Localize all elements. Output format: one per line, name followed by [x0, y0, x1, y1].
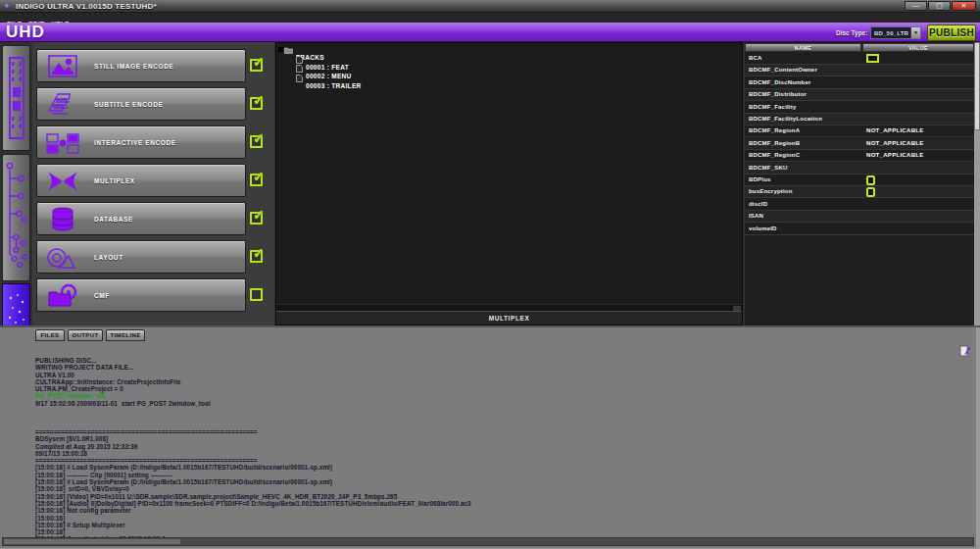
log-line: ========================================… — [35, 457, 974, 464]
workflow-checkbox-interactive-encode[interactable]: ✓ — [250, 135, 263, 148]
workflow-button-label: SUBTITLE ENCODE — [94, 101, 163, 108]
menu-bar: FILEEDITHELP — [0, 13, 980, 23]
property-row-BDPlus[interactable]: BDPlus — [745, 175, 974, 186]
publish-button[interactable]: PUBLISH — [927, 25, 976, 41]
header-band: UHD Disc Type: BD_50_LTR ▼ PUBLISH — [0, 23, 980, 42]
property-name: BCA — [749, 55, 762, 61]
app-window: ✦ INDIGO ULTRA V1.0015D TESTUHD* — ▢ ✕ F… — [0, 0, 980, 549]
track-item[interactable]: 00003 : TRAILER — [296, 75, 362, 83]
chevron-down-icon[interactable]: ▼ — [910, 27, 920, 38]
property-row-BDCMF_SKU[interactable]: BDCMF_SKU — [745, 163, 974, 175]
property-name: ISAN — [749, 213, 763, 219]
maximize-button[interactable]: ▢ — [928, 1, 951, 11]
property-checkbox-busEncryption[interactable] — [866, 187, 875, 197]
workflow-button-database[interactable]: DATABASE — [36, 202, 246, 235]
mode-title: UHD — [6, 23, 45, 42]
property-row-volumeID[interactable]: volumeID — [745, 224, 974, 235]
log-line: [15:00:16] [Audio[ 0]DolbyDigital] PID=0… — [35, 500, 974, 507]
property-row-BCA[interactable]: BCA — [745, 53, 974, 65]
workflow-button-label: STILL IMAGE ENCODE — [94, 63, 173, 70]
workflow-checkbox-multiplex[interactable]: ✓ — [250, 174, 263, 186]
workflow-button-cmf[interactable]: CMF — [36, 278, 246, 312]
workflow-checkbox-cmf[interactable] — [250, 288, 263, 301]
log-output[interactable]: PUBLISHING DISC...WRITING PROJECT DATA F… — [2, 344, 974, 537]
still-image-icon — [45, 53, 80, 80]
log-line: [15:00:16] # Load SysemParam (D:/Indigo/… — [35, 478, 974, 485]
workflow-button-label: CMF — [94, 292, 110, 299]
log-line — [35, 422, 974, 428]
console-hscrollbar[interactable] — [2, 537, 974, 546]
workflow-panel: STILL IMAGE ENCODE✓SUBTITLE ENCODE✓INTER… — [32, 42, 274, 325]
log-line: [15:00:16] — [35, 515, 974, 522]
tab-output[interactable]: OUTPUT — [68, 329, 103, 341]
log-line: [15:00:16] srID=0, VBVDelay=0 — [35, 485, 974, 492]
property-row-BDCMF_Facility[interactable]: BDCMF_Facility — [745, 102, 974, 114]
log-line: ULTRA.PM_CreateProject = 0 — [35, 385, 974, 392]
column-header-name[interactable]: NAME — [745, 43, 861, 52]
property-row-BDCMF_RegionB[interactable]: BDCMF_RegionBNOT_APPLICABLE — [745, 138, 974, 150]
property-row-BDCMF_RegionA[interactable]: BDCMF_RegionANOT_APPLICABLE — [745, 125, 974, 137]
tree-expander[interactable] — [278, 47, 283, 52]
properties-scrollbar[interactable] — [974, 42, 980, 325]
file-icon — [296, 65, 303, 73]
workflow-button-still-image-encode[interactable]: STILL IMAGE ENCODE — [36, 49, 246, 82]
property-row-discID[interactable]: discID — [745, 199, 974, 211]
column-header-value[interactable]: VALUE — [862, 43, 974, 52]
tracks-root-node[interactable]: TRACKS — [284, 46, 324, 55]
properties-panel: NAME VALUE BCABDCMF_ContentOwnerBDCMF_Di… — [745, 42, 974, 325]
property-row-BDCMF_DiscNumber[interactable]: BDCMF_DiscNumber — [745, 77, 974, 89]
property-row-BDCMF_FacilityLocation[interactable]: BDCMF_FacilityLocation — [745, 114, 974, 125]
check-icon: ✓ — [253, 246, 265, 260]
check-icon: ✓ — [253, 170, 265, 183]
track-item[interactable]: 00002 : MENU — [296, 65, 352, 74]
property-value: NOT_APPLICABLE — [866, 127, 924, 133]
property-value: NOT_APPLICABLE — [866, 140, 924, 146]
log-line: ========================================… — [35, 428, 974, 435]
tree-icon — [5, 161, 28, 274]
property-name: BDCMF_RegionC — [749, 152, 800, 158]
file-icon — [296, 75, 303, 82]
tab-files[interactable]: FILES — [35, 329, 65, 341]
minimize-button[interactable]: — — [905, 1, 927, 11]
folder-icon — [284, 46, 293, 54]
workflow-checkbox-subtitle-encode[interactable]: ✓ — [250, 97, 263, 110]
filmstrip-icon — [7, 54, 26, 142]
property-checkbox-BDPlus[interactable] — [866, 175, 875, 185]
database-icon — [45, 206, 80, 233]
log-line: ULTRA V1.00 — [35, 372, 974, 378]
close-button[interactable]: ✕ — [952, 1, 976, 11]
scroll-thumb[interactable] — [4, 539, 180, 544]
property-name: volumeID — [749, 225, 777, 231]
disc-type-dropdown[interactable]: BD_50_LTR ▼ — [870, 26, 921, 39]
property-row-BDCMF_Distributor[interactable]: BDCMF_Distributor — [745, 89, 974, 101]
workflow-checkbox-database[interactable]: ✓ — [250, 212, 263, 225]
property-row-ISAN[interactable]: ISAN — [745, 211, 974, 223]
sidebar-item-scenario[interactable] — [2, 154, 30, 281]
property-name: BDCMF_Distributor — [749, 91, 807, 97]
track-item[interactable]: 00001 : FEAT — [296, 56, 349, 65]
log-line — [35, 414, 974, 421]
workflow-checkbox-still-image-encode[interactable]: ✓ — [250, 59, 263, 72]
workflow-button-subtitle-encode[interactable]: SUBTITLE ENCODE — [36, 87, 246, 121]
sidebar-item-encode[interactable] — [2, 45, 30, 151]
interactive-icon — [45, 129, 80, 157]
log-line: [15:00:16] # Setup Multiplexer — [35, 522, 974, 528]
log-line: PG_POST initialize: OK — [35, 392, 974, 399]
workflow-button-layout[interactable]: LAYOUT — [36, 240, 246, 274]
property-row-BDCMF_ContentOwner[interactable]: BDCMF_ContentOwner — [745, 65, 974, 76]
workflow-checkbox-layout[interactable]: ✓ — [250, 250, 263, 263]
property-name: BDCMF_FacilityLocation — [749, 116, 822, 122]
tab-timeline[interactable]: TIMELINE — [106, 329, 145, 341]
subtitle-icon — [45, 91, 80, 119]
scroll-thumb[interactable] — [974, 42, 980, 130]
workflow-button-interactive-encode[interactable]: INTERACTIVE ENCODE — [36, 125, 246, 159]
property-row-BDCMF_RegionC[interactable]: BDCMF_RegionCNOT_APPLICABLE — [745, 150, 974, 162]
workflow-button-multiplex[interactable]: MULTIPLEX — [36, 164, 246, 197]
tracks-scrollbar[interactable] — [276, 304, 742, 311]
log-line: 09/17/15 15:00:16 — [35, 450, 974, 457]
property-row-busEncryption[interactable]: busEncryption — [745, 186, 974, 198]
check-icon: ✓ — [253, 93, 265, 107]
log-line: CULTRAApp::InitInstance: CreateProjectIn… — [35, 378, 974, 385]
log-line: PUBLISHING DISC... — [35, 357, 974, 364]
property-checkbox-BCA[interactable] — [866, 54, 879, 63]
